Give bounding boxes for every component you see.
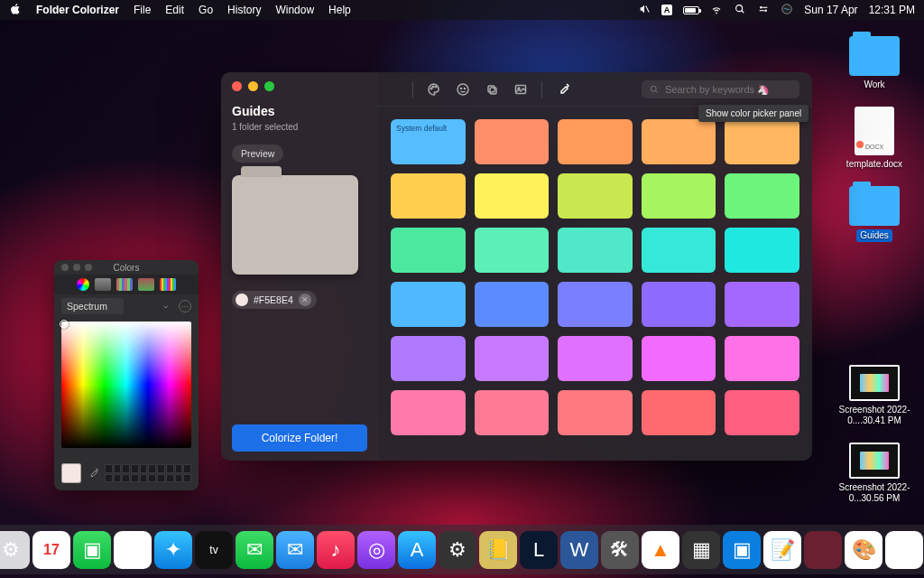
wifi-icon[interactable] <box>710 3 723 18</box>
dock-utility[interactable]: 🛠 <box>601 531 639 569</box>
color-well[interactable] <box>148 474 156 483</box>
control-center-icon[interactable] <box>757 3 770 18</box>
color-swatch[interactable] <box>642 228 716 273</box>
wheel-tab-icon[interactable] <box>77 278 89 291</box>
menu-window[interactable]: Window <box>275 4 314 16</box>
color-swatch[interactable] <box>642 119 716 164</box>
color-swatch[interactable] <box>725 336 799 381</box>
spotlight-icon[interactable] <box>734 3 746 18</box>
color-well[interactable] <box>166 474 174 483</box>
color-swatch[interactable] <box>558 119 633 164</box>
desktop-folder-guides[interactable]: Guides <box>834 186 915 242</box>
eyedropper-icon[interactable] <box>87 467 99 480</box>
color-swatch[interactable] <box>558 336 633 381</box>
color-swatch[interactable] <box>475 173 550 219</box>
color-well[interactable] <box>131 464 139 473</box>
color-well[interactable] <box>140 474 148 483</box>
color-swatch[interactable] <box>725 228 799 273</box>
input-source-indicator[interactable]: A <box>661 5 673 15</box>
apple-menu-icon[interactable] <box>9 3 22 18</box>
fullscreen-button[interactable] <box>264 81 274 91</box>
dock-chrome[interactable]: ◉ <box>114 531 152 569</box>
desktop-folder-work[interactable]: Work <box>834 36 915 90</box>
pencils-tab-icon[interactable] <box>160 278 176 291</box>
color-swatch[interactable] <box>558 390 633 435</box>
dock-appletv[interactable]: tv <box>195 531 233 569</box>
color-swatch[interactable] <box>475 336 550 381</box>
menubar-time[interactable]: 12:31 PM <box>869 4 915 16</box>
color-swatch[interactable] <box>391 390 466 435</box>
search-input[interactable] <box>665 84 773 95</box>
color-well[interactable] <box>183 474 191 483</box>
dock-colorizer[interactable]: 🎨 <box>845 531 882 569</box>
dock-settings[interactable]: ⚙ <box>0 531 30 569</box>
dock-league[interactable]: L <box>520 531 558 569</box>
clear-color-button[interactable]: ✕ <box>299 294 311 306</box>
search-field[interactable] <box>642 80 799 98</box>
color-swatch[interactable] <box>558 282 633 327</box>
menu-help[interactable]: Help <box>328 4 351 16</box>
dock-folder1[interactable] <box>804 531 842 569</box>
color-swatch[interactable] <box>725 390 799 435</box>
color-swatch[interactable] <box>558 228 633 273</box>
color-well[interactable] <box>175 474 183 483</box>
color-well[interactable] <box>105 474 113 483</box>
color-swatch[interactable] <box>642 336 716 381</box>
mute-icon[interactable] <box>638 3 651 18</box>
minimize-button[interactable] <box>248 81 258 91</box>
dock-zoom[interactable]: ▣ <box>723 531 761 569</box>
dock-music[interactable]: ♪ <box>317 531 355 569</box>
color-well[interactable] <box>157 464 165 473</box>
color-well[interactable] <box>122 464 130 473</box>
swatch-system-default[interactable]: System default <box>391 119 466 164</box>
spectrum-area[interactable] <box>61 322 191 448</box>
menu-go[interactable]: Go <box>199 4 213 16</box>
cp-min-button[interactable] <box>73 264 80 271</box>
picker-mode-select[interactable]: Spectrum <box>61 298 124 314</box>
emoji-tab[interactable] <box>455 81 471 98</box>
sliders-tab-icon[interactable] <box>95 278 111 291</box>
color-swatch[interactable] <box>391 282 466 327</box>
color-well[interactable] <box>175 464 183 473</box>
dock-sysprefs[interactable]: ⚙ <box>439 531 476 569</box>
image-tab-icon[interactable] <box>138 278 154 291</box>
copy-tab[interactable] <box>484 81 500 98</box>
dock-vlc[interactable]: ▲ <box>642 531 679 569</box>
color-well[interactable] <box>166 464 174 473</box>
menu-file[interactable]: File <box>134 4 151 16</box>
color-swatch[interactable] <box>475 228 550 273</box>
dock-podcasts[interactable]: ◎ <box>357 531 395 569</box>
dock-calc[interactable]: ▦ <box>682 531 720 569</box>
dock-word[interactable]: W <box>560 531 598 569</box>
color-swatch[interactable] <box>475 282 550 327</box>
color-well[interactable] <box>114 474 122 483</box>
color-swatch[interactable] <box>642 390 716 435</box>
color-well[interactable] <box>131 474 139 483</box>
color-swatch[interactable] <box>725 282 799 327</box>
color-swatch[interactable] <box>391 336 466 381</box>
app-name[interactable]: Folder Colorizer <box>36 4 119 16</box>
color-swatch[interactable] <box>642 282 716 327</box>
color-panel-titlebar[interactable]: Colors <box>54 260 199 275</box>
color-well[interactable] <box>114 464 122 473</box>
color-well[interactable] <box>122 474 130 483</box>
dock-preview2[interactable]: 🖼 <box>885 531 923 569</box>
dock-facetime[interactable]: ▣ <box>73 531 111 569</box>
dock-calendar[interactable]: 17 <box>32 531 70 569</box>
spectrum-cursor-icon[interactable] <box>60 320 69 329</box>
dock-safari[interactable]: ✦ <box>154 531 192 569</box>
color-wells[interactable] <box>105 464 191 482</box>
dock-mail[interactable]: ✉ <box>276 531 314 569</box>
color-well[interactable] <box>140 464 148 473</box>
dock-appstore[interactable]: A <box>398 531 436 569</box>
palette-tab[interactable] <box>426 81 442 98</box>
cp-close-button[interactable] <box>61 264 69 271</box>
image-tab[interactable] <box>513 81 529 98</box>
menu-history[interactable]: History <box>227 4 261 16</box>
color-well[interactable] <box>183 464 191 473</box>
siri-icon[interactable] <box>781 3 793 18</box>
menubar-date[interactable]: Sun 17 Apr <box>804 4 857 16</box>
cp-zoom-button[interactable] <box>85 264 92 271</box>
desktop-screenshot-2[interactable]: Screenshot 2022-0...30.56 PM <box>834 443 915 504</box>
dock-notes2[interactable]: 📒 <box>479 531 517 569</box>
